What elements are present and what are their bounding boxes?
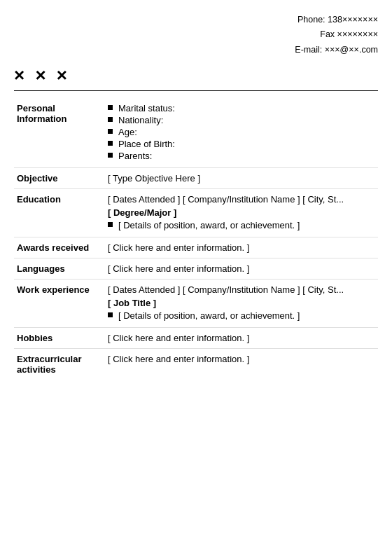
personal-info-label-text: Personal Information — [17, 103, 67, 124]
extracurricular-content[interactable]: [ Click here and enter information. ] — [105, 348, 378, 380]
personal-info-label: Personal Information — [14, 98, 105, 168]
bullet-icon — [108, 129, 113, 134]
personal-info-list: Marital status: Nationality: Age: Place … — [108, 103, 375, 161]
objective-label: Objective — [14, 167, 105, 188]
work-row1[interactable]: [ Dates Attended ] [ Company/Institution… — [108, 284, 375, 295]
header-divider — [14, 90, 378, 91]
languages-label-text: Languages — [17, 263, 65, 274]
name-display: × × × — [14, 64, 378, 86]
resume-table: Personal Information Marital status: Nat… — [14, 98, 378, 380]
personal-info-content: Marital status: Nationality: Age: Place … — [105, 98, 378, 168]
header-contact: Phone: 138××××××× Fax ×××××××× E-mail: ×… — [14, 13, 378, 57]
list-item: Age: — [108, 127, 375, 137]
languages-value[interactable]: [ Click here and enter information. ] — [108, 263, 249, 274]
objective-content[interactable]: [ Type Objective Here ] — [105, 167, 378, 188]
list-item: Nationality: — [108, 115, 375, 125]
bullet-icon — [108, 312, 113, 317]
work-detail[interactable]: [ Details of position, award, or achieve… — [118, 310, 300, 321]
awards-label: Awards received — [14, 237, 105, 258]
hobbies-value[interactable]: [ Click here and enter information. ] — [108, 333, 249, 343]
work-experience-content: [ Dates Attended ] [ Company/Institution… — [105, 279, 378, 327]
list-item[interactable]: [ Details of position, award, or achieve… — [108, 220, 375, 230]
education-row1[interactable]: [ Dates Attended ] [ Company/Institution… — [108, 194, 375, 205]
fax-text: Fax ×××××××× — [14, 27, 378, 42]
awards-label-text: Awards received — [17, 242, 89, 253]
languages-label: Languages — [14, 258, 105, 279]
extracurricular-label: Extracurricular activities — [14, 348, 105, 380]
work-experience-label-text: Work experience — [17, 284, 90, 295]
work-bullets: [ Details of position, award, or achieve… — [108, 310, 375, 321]
bullet-icon — [108, 141, 113, 146]
objective-label-text: Objective — [17, 173, 58, 184]
email-text: E-mail: ×××@××.com — [14, 43, 378, 57]
languages-content[interactable]: [ Click here and enter information. ] — [105, 258, 378, 279]
list-item: Parents: — [108, 151, 375, 161]
objective-row: Objective [ Type Objective Here ] — [14, 167, 378, 188]
education-content: [ Dates Attended ] [ Company/Institution… — [105, 188, 378, 237]
bullet-icon — [108, 105, 113, 110]
objective-value[interactable]: [ Type Objective Here ] — [108, 173, 200, 184]
education-label: Education — [14, 188, 105, 237]
phone-text: Phone: 138××××××× — [14, 13, 378, 27]
list-item: Marital status: — [108, 103, 375, 113]
education-degree[interactable]: [ Degree/Major ] — [108, 207, 375, 218]
awards-value[interactable]: [ Click here and enter information. ] — [108, 242, 249, 253]
extracurricular-value[interactable]: [ Click here and enter information. ] — [108, 354, 249, 364]
education-label-text: Education — [17, 194, 61, 205]
hobbies-label: Hobbies — [14, 327, 105, 348]
bullet-icon — [108, 153, 113, 158]
extracurricular-label-text: Extracurricular activities — [17, 354, 82, 375]
education-detail[interactable]: [ Details of position, award, or achieve… — [118, 220, 300, 230]
hobbies-row: Hobbies [ Click here and enter informati… — [14, 327, 378, 348]
resume-page: Phone: 138××××××× Fax ×××××××× E-mail: ×… — [0, 0, 392, 538]
personal-info-row: Personal Information Marital status: Nat… — [14, 98, 378, 168]
work-experience-row: Work experience [ Dates Attended ] [ Com… — [14, 279, 378, 327]
languages-row: Languages [ Click here and enter informa… — [14, 258, 378, 279]
hobbies-content[interactable]: [ Click here and enter information. ] — [105, 327, 378, 348]
list-item: Place of Birth: — [108, 139, 375, 149]
list-item[interactable]: [ Details of position, award, or achieve… — [108, 310, 375, 321]
work-experience-label: Work experience — [14, 279, 105, 327]
bullet-icon — [108, 117, 113, 122]
bullet-icon — [108, 222, 113, 227]
awards-row: Awards received [ Click here and enter i… — [14, 237, 378, 258]
awards-content[interactable]: [ Click here and enter information. ] — [105, 237, 378, 258]
education-row: Education [ Dates Attended ] [ Company/I… — [14, 188, 378, 237]
work-title[interactable]: [ Job Title ] — [108, 298, 375, 308]
education-bullets: [ Details of position, award, or achieve… — [108, 220, 375, 230]
extracurricular-row: Extracurricular activities [ Click here … — [14, 348, 378, 380]
hobbies-label-text: Hobbies — [17, 333, 52, 343]
